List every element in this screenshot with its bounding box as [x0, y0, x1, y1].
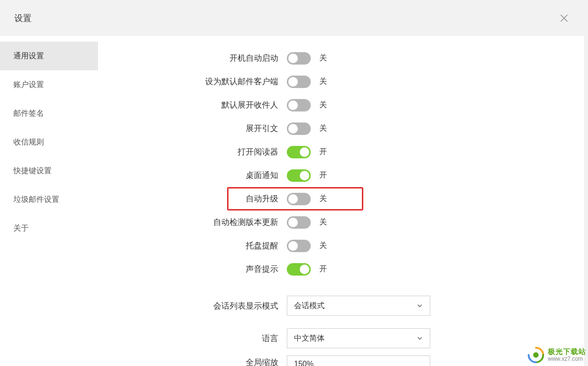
- toggle-knob: [288, 77, 298, 87]
- select-value: 150%: [294, 360, 314, 366]
- toggle-switch[interactable]: [287, 52, 311, 65]
- toggle-state-label: 关: [319, 241, 327, 251]
- toggle-knob: [288, 54, 298, 63]
- sidebar-item-4[interactable]: 快捷键设置: [0, 156, 98, 185]
- sidebar: 通用设置账户设置邮件签名收信规则快捷键设置垃圾邮件设置关于: [0, 36, 98, 366]
- toggle-knob: [288, 241, 298, 251]
- toggle-knob: [300, 171, 309, 180]
- setting-label: 托盘提醒: [98, 240, 287, 251]
- toggle-switch[interactable]: [287, 122, 311, 135]
- setting-row-3: 展开引文关: [98, 117, 584, 140]
- sidebar-item-label: 收信规则: [13, 137, 44, 147]
- toggle-switch[interactable]: [287, 99, 311, 111]
- toggle-state-label: 关: [319, 123, 327, 133]
- select-label: 语言: [98, 333, 287, 344]
- highlight-box: [227, 187, 363, 211]
- setting-row-0: 开机自动启动关: [98, 46, 584, 70]
- setting-row-8: 托盘提醒关: [98, 234, 584, 257]
- toggle-switch[interactable]: [287, 240, 311, 252]
- sidebar-item-5[interactable]: 垃圾邮件设置: [0, 185, 98, 214]
- setting-label: 自动检测版本更新: [98, 217, 287, 228]
- chevron-down-icon: [416, 335, 423, 342]
- setting-label: 展开引文: [98, 123, 287, 134]
- setting-row-9: 声音提示开: [98, 257, 584, 281]
- setting-row-7: 自动检测版本更新关: [98, 211, 584, 234]
- toggle-switch[interactable]: [287, 76, 311, 88]
- select-label: 会话列表显示模式: [98, 300, 287, 311]
- setting-row-4: 打开阅读器开: [98, 140, 584, 164]
- setting-label: 声音提示: [98, 264, 287, 275]
- sidebar-item-2[interactable]: 邮件签名: [0, 99, 98, 128]
- watermark-logo-icon: [527, 346, 545, 364]
- toggle-switch[interactable]: [287, 146, 311, 158]
- select-label: 全局缩放: [98, 357, 287, 366]
- toggle-state-label: 关: [319, 100, 327, 110]
- sidebar-item-0[interactable]: 通用设置: [0, 42, 98, 70]
- content: 开机自动启动关设为默认邮件客户端关默认展开收件人关展开引文关打开阅读器开桌面通知…: [98, 36, 584, 366]
- toggle-switch[interactable]: [287, 169, 311, 182]
- toggle-knob: [288, 124, 298, 133]
- select-row-1: 语言中文简体: [98, 322, 584, 355]
- select-dropdown[interactable]: 会话模式: [287, 296, 430, 316]
- setting-label: 打开阅读器: [98, 146, 287, 157]
- setting-label: 默认展开收件人: [98, 100, 287, 111]
- close-icon: [560, 14, 568, 22]
- watermark-title: 极光下载站: [548, 347, 586, 355]
- select-value: 会话模式: [294, 301, 325, 311]
- sidebar-item-label: 快捷键设置: [13, 166, 52, 176]
- select-dropdown[interactable]: 中文简体: [287, 328, 430, 348]
- sidebar-item-label: 通用设置: [13, 51, 44, 61]
- sidebar-item-label: 账户设置: [13, 80, 44, 90]
- toggle-state-label: 关: [319, 217, 327, 227]
- setting-label: 设为默认邮件客户端: [98, 76, 287, 87]
- sidebar-item-6[interactable]: 关于: [0, 214, 98, 243]
- svg-point-2: [533, 352, 538, 357]
- setting-row-5: 桌面通知开: [98, 164, 584, 187]
- watermark: 极光下载站 www.xz7.com: [527, 346, 586, 364]
- toggle-state-label: 开: [319, 264, 327, 274]
- sidebar-item-label: 关于: [13, 223, 29, 233]
- sidebar-item-3[interactable]: 收信规则: [0, 128, 98, 156]
- setting-label: 桌面通知: [98, 170, 287, 181]
- setting-row-2: 默认展开收件人关: [98, 93, 584, 117]
- toggle-state-label: 开: [319, 170, 327, 180]
- setting-row-1: 设为默认邮件客户端关: [98, 70, 584, 93]
- toggle-knob: [288, 218, 298, 227]
- toggle-state-label: 开: [319, 147, 327, 157]
- setting-row-6: 自动升级关: [98, 187, 584, 211]
- sidebar-item-label: 垃圾邮件设置: [13, 195, 59, 205]
- sidebar-item-1[interactable]: 账户设置: [0, 70, 98, 99]
- select-dropdown[interactable]: 150%: [287, 355, 430, 366]
- toggle-knob: [288, 100, 298, 110]
- toggle-switch[interactable]: [287, 263, 311, 276]
- close-button[interactable]: [558, 12, 570, 24]
- watermark-url: www.xz7.com: [548, 356, 586, 363]
- select-row-0: 会话列表显示模式会话模式: [98, 289, 584, 322]
- window-title: 设置: [14, 12, 32, 24]
- setting-label: 开机自动启动: [98, 53, 287, 64]
- titlebar: 设置: [0, 0, 584, 36]
- toggle-knob: [300, 265, 309, 274]
- toggle-switch[interactable]: [287, 216, 311, 229]
- select-row-2: 全局缩放150%: [98, 355, 584, 366]
- sidebar-item-label: 邮件签名: [13, 109, 44, 119]
- toggle-knob: [300, 147, 309, 157]
- select-value: 中文简体: [294, 333, 325, 344]
- toggle-state-label: 关: [319, 77, 327, 87]
- toggle-state-label: 关: [319, 53, 327, 63]
- chevron-down-icon: [416, 302, 423, 309]
